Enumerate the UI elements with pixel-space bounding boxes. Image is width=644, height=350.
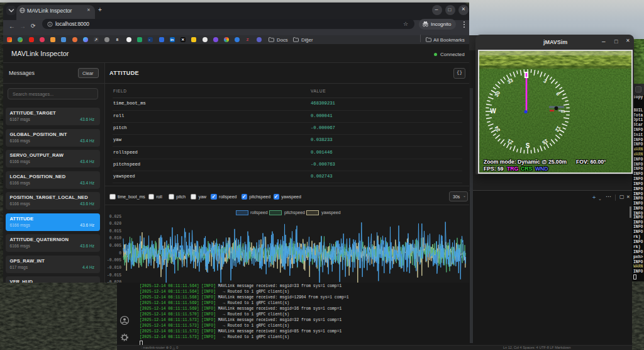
- svg-text:6: 6: [555, 91, 561, 97]
- svg-text:3: 3: [543, 78, 548, 84]
- svg-text:21: 21: [506, 138, 514, 146]
- svg-text:15: 15: [541, 138, 549, 146]
- svg-text:S: S: [526, 142, 530, 149]
- svg-text:30: 30: [494, 90, 502, 98]
- svg-text:m: m: [561, 109, 565, 113]
- svg-text:24: 24: [494, 125, 502, 133]
- svg-text:33: 33: [506, 77, 514, 86]
- svg-text:12: 12: [554, 125, 562, 133]
- svg-text:W: W: [490, 108, 496, 115]
